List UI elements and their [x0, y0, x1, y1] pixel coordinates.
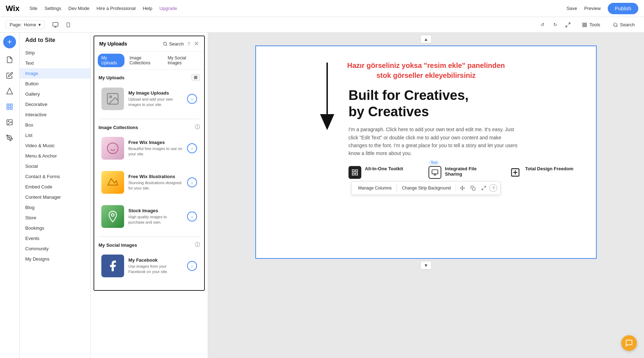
site-panel-community[interactable]: Community: [20, 244, 90, 254]
site-panel-button[interactable]: Button: [20, 79, 90, 89]
my-facebook-card[interactable]: My Facebook Use images from your Faceboo…: [99, 252, 200, 280]
site-panel-bookings[interactable]: Bookings: [20, 223, 90, 233]
site-panel-store[interactable]: Store: [20, 213, 90, 223]
site-panel-events[interactable]: Events: [20, 233, 90, 244]
stock-images-arrow[interactable]: ›: [187, 212, 197, 221]
tab-my-social-images[interactable]: My Social Images: [164, 54, 201, 67]
save-button[interactable]: Save: [566, 6, 577, 11]
svg-rect-17: [7, 107, 9, 109]
tab-image-collections[interactable]: Image Collections: [126, 54, 163, 67]
move-icon[interactable]: [458, 183, 468, 193]
tools-label: Tools: [589, 22, 600, 27]
nav-site[interactable]: Site: [30, 6, 37, 11]
free-wix-images-arrow[interactable]: ›: [187, 143, 197, 153]
collections-info-icon[interactable]: ⓘ: [195, 124, 200, 130]
social-info-icon[interactable]: ⓘ: [195, 242, 200, 248]
scroll-up-arrow[interactable]: ▲: [420, 35, 432, 43]
svg-rect-15: [10, 104, 12, 106]
desktop-view-icon[interactable]: [50, 20, 60, 30]
my-image-uploads-card[interactable]: My Image Uploads Upload and add your own…: [99, 85, 200, 113]
scroll-down-arrow[interactable]: ▼: [420, 261, 432, 269]
page-name: Home: [24, 22, 36, 27]
duplicate-icon[interactable]: [468, 183, 478, 193]
preview-button[interactable]: Preview: [584, 6, 601, 11]
resize-icon[interactable]: [479, 183, 489, 193]
site-panel-interactive[interactable]: Interactive: [20, 109, 90, 120]
stock-images-card[interactable]: Stock Images High quality images to purc…: [99, 202, 200, 231]
close-icon[interactable]: ✕: [194, 40, 199, 48]
site-panel-strip[interactable]: Strip: [20, 48, 90, 58]
free-wix-images-title: Free Wix Images: [128, 140, 183, 145]
svg-line-6: [566, 25, 568, 27]
add-element-button[interactable]: +: [3, 36, 16, 48]
redo-icon[interactable]: ↻: [550, 20, 560, 30]
mobile-view-icon[interactable]: [63, 20, 73, 30]
uploads-icon-btn[interactable]: ⊞: [191, 74, 200, 81]
zoom-icon[interactable]: [563, 20, 573, 30]
nav-help[interactable]: Help: [143, 6, 152, 11]
media-search-button[interactable]: Search: [163, 41, 183, 47]
sidebar-icon-pages[interactable]: [2, 53, 17, 67]
nav-devmode[interactable]: Dev Mode: [68, 6, 89, 11]
nav-hire[interactable]: Hire a Professional: [97, 6, 136, 11]
uploads-section-title: My Uploads ⊞: [99, 74, 200, 81]
svg-marker-13: [7, 88, 13, 94]
site-panel-contact-forms[interactable]: Contact & Forms: [20, 171, 90, 182]
feature-integrated-title: Integrated File Sharing: [445, 166, 494, 177]
svg-rect-9: [585, 25, 587, 27]
sidebar-icon-shapes[interactable]: [2, 84, 17, 98]
site-panel-embed-code[interactable]: Embed Code: [20, 182, 90, 192]
page-selector[interactable]: Page: Home ▾: [6, 20, 45, 29]
page-bar: Page: Home ▾ ↺ ↻ Tools Search: [0, 17, 644, 33]
search-button[interactable]: Search: [610, 21, 638, 29]
site-panel-video-music[interactable]: Video & Music: [20, 140, 90, 151]
tools-button[interactable]: Tools: [579, 21, 603, 29]
chat-button[interactable]: [621, 335, 637, 351]
my-image-uploads-arrow[interactable]: ›: [187, 94, 197, 104]
feature-total-design-title: Total Design Freedom: [525, 166, 574, 171]
nav-settings[interactable]: Settings: [44, 6, 61, 11]
site-panel-menu-anchor[interactable]: Menu & Anchor: [20, 151, 90, 161]
sidebar-icon-image[interactable]: [2, 115, 17, 129]
site-panel-social[interactable]: Social: [20, 161, 90, 171]
svg-line-22: [166, 45, 167, 46]
svg-line-12: [617, 26, 618, 27]
top-nav: Wix Site Settings Dev Mode Hire a Profes…: [0, 0, 644, 17]
wix-logo: Wix: [6, 4, 20, 13]
site-panel-text[interactable]: Text: [20, 58, 90, 68]
site-panel-gallery[interactable]: Gallery: [20, 89, 90, 99]
sidebar-icon-blog[interactable]: [2, 68, 17, 82]
svg-line-5: [569, 23, 570, 25]
free-wix-illustrations-card[interactable]: Free Wix Illustrations Stunning illustra…: [99, 168, 200, 197]
site-panel-list[interactable]: List: [20, 130, 90, 140]
site-panel-blog[interactable]: Blog: [20, 202, 90, 213]
publish-button[interactable]: Publish: [608, 3, 638, 14]
site-panel-decorative[interactable]: Decorative: [20, 99, 90, 109]
site-panel-image[interactable]: Image: [20, 68, 90, 79]
sidebar-icon-pen[interactable]: [2, 131, 17, 145]
tab-my-uploads[interactable]: My Uploads: [98, 54, 124, 67]
site-panel-box[interactable]: Box: [20, 120, 90, 130]
my-facebook-desc: Use images from your Facebook on your si…: [128, 264, 183, 275]
free-wix-illustrations-arrow[interactable]: ›: [187, 177, 197, 187]
my-facebook-title: My Facebook: [128, 257, 183, 263]
free-wix-images-card[interactable]: Free Wix Images Beautiful free images to…: [99, 134, 200, 162]
social-section-title: My Social Images ⓘ: [99, 242, 200, 248]
sidebar-icon-apps[interactable]: [2, 100, 17, 114]
help-tooltip-icon[interactable]: ?: [490, 184, 497, 192]
svg-point-20: [9, 137, 10, 138]
help-icon[interactable]: ?: [187, 41, 190, 47]
nav-upgrade[interactable]: Upgrade: [159, 6, 177, 11]
svg-rect-30: [352, 170, 355, 172]
change-strip-bg-btn[interactable]: Change Strip Background: [398, 184, 454, 192]
site-panel: Add to Site Strip Text Image Button Gall…: [20, 33, 91, 358]
manage-columns-btn[interactable]: Manage Columns: [355, 184, 395, 192]
collections-section-title: Image Collections ⓘ: [99, 124, 200, 130]
svg-rect-40: [473, 187, 475, 190]
my-facebook-arrow[interactable]: ›: [187, 261, 197, 271]
undo-icon[interactable]: ↺: [537, 20, 547, 30]
site-panel-my-designs[interactable]: My Designs: [20, 254, 90, 264]
feature-total-design: Total Design Freedom: [509, 166, 575, 179]
site-panel-content-manager[interactable]: Content Manager: [20, 192, 90, 202]
svg-rect-31: [356, 170, 358, 172]
